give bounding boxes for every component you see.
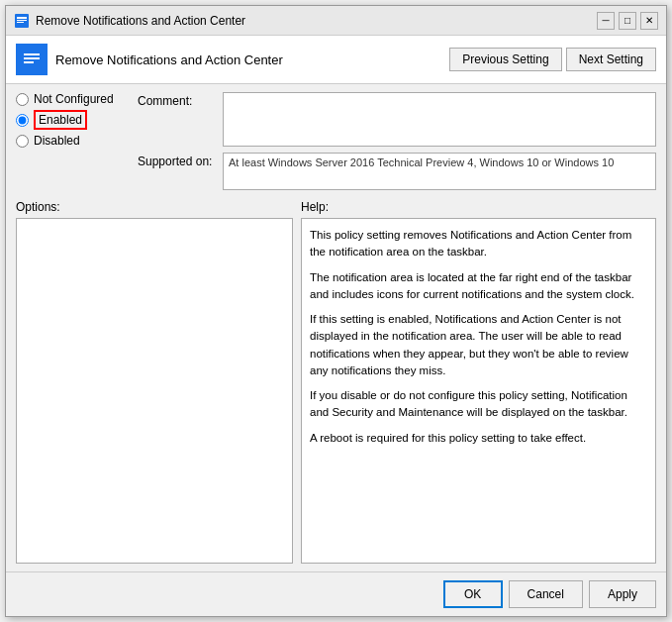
enabled-label: Enabled bbox=[34, 110, 87, 130]
options-help-section: Options: Help: This policy setting remov… bbox=[16, 200, 656, 564]
content-area: Remove Notifications and Action Center P… bbox=[6, 36, 666, 616]
ok-button[interactable]: OK bbox=[443, 580, 503, 608]
help-paragraph: If this setting is enabled, Notification… bbox=[310, 311, 647, 379]
close-button[interactable]: ✕ bbox=[640, 12, 658, 30]
svg-rect-1 bbox=[17, 17, 27, 19]
previous-setting-button[interactable]: Previous Setting bbox=[449, 48, 561, 71]
comment-row: Comment: bbox=[138, 92, 656, 147]
help-paragraph: This policy setting removes Notification… bbox=[310, 227, 647, 261]
options-title: Options: bbox=[16, 200, 293, 214]
radio-group: Not Configured Enabled Disabled bbox=[16, 92, 130, 190]
supported-label: Supported on: bbox=[138, 153, 217, 168]
help-paragraph: A reboot is required for this policy set… bbox=[310, 430, 647, 447]
minimize-button[interactable]: ─ bbox=[597, 12, 615, 30]
window-title: Remove Notifications and Action Center bbox=[36, 14, 245, 28]
header-section: Remove Notifications and Action Center P… bbox=[6, 36, 666, 84]
disabled-radio[interactable] bbox=[16, 135, 29, 148]
maximize-button[interactable]: □ bbox=[619, 12, 636, 30]
window-icon bbox=[14, 13, 30, 29]
svg-rect-3 bbox=[17, 22, 24, 23]
enabled-option[interactable]: Enabled bbox=[16, 110, 130, 130]
options-box bbox=[16, 218, 293, 564]
options-panel: Options: bbox=[16, 200, 293, 564]
svg-rect-5 bbox=[24, 53, 40, 55]
enabled-radio[interactable] bbox=[16, 114, 29, 127]
comment-label: Comment: bbox=[138, 92, 217, 108]
not-configured-option[interactable]: Not Configured bbox=[16, 92, 130, 106]
help-panel: Help: This policy setting removes Notifi… bbox=[301, 200, 656, 564]
not-configured-radio[interactable] bbox=[16, 93, 29, 106]
policy-icon bbox=[16, 44, 48, 75]
header-left: Remove Notifications and Action Center bbox=[16, 44, 283, 75]
disabled-label: Disabled bbox=[34, 134, 80, 148]
title-bar-left: Remove Notifications and Action Center bbox=[14, 13, 245, 29]
supported-value: At least Windows Server 2016 Technical P… bbox=[223, 153, 656, 190]
not-configured-label: Not Configured bbox=[34, 92, 114, 106]
footer: OK Cancel Apply bbox=[6, 571, 666, 616]
svg-rect-7 bbox=[24, 61, 34, 63]
svg-rect-6 bbox=[24, 57, 40, 59]
help-box: This policy setting removes Notification… bbox=[301, 218, 656, 564]
main-section: Not Configured Enabled Disabled Comment: bbox=[6, 84, 666, 571]
help-title: Help: bbox=[301, 200, 656, 214]
comment-textarea[interactable] bbox=[223, 92, 656, 147]
top-form: Not Configured Enabled Disabled Comment: bbox=[16, 92, 656, 190]
svg-rect-2 bbox=[17, 20, 27, 21]
help-paragraph: The notification area is located at the … bbox=[310, 269, 647, 304]
header-buttons: Previous Setting Next Setting bbox=[449, 48, 656, 71]
title-bar-buttons: ─ □ ✕ bbox=[597, 12, 658, 30]
form-right: Comment: Supported on: At least Windows … bbox=[138, 92, 656, 190]
cancel-button[interactable]: Cancel bbox=[509, 580, 583, 608]
help-paragraph: If you disable or do not configure this … bbox=[310, 387, 647, 422]
supported-row: Supported on: At least Windows Server 20… bbox=[138, 153, 656, 190]
main-window: Remove Notifications and Action Center ─… bbox=[5, 5, 667, 617]
next-setting-button[interactable]: Next Setting bbox=[566, 48, 656, 71]
header-title: Remove Notifications and Action Center bbox=[55, 52, 283, 67]
disabled-option[interactable]: Disabled bbox=[16, 134, 130, 148]
apply-button[interactable]: Apply bbox=[589, 580, 656, 608]
title-bar: Remove Notifications and Action Center ─… bbox=[6, 6, 666, 36]
